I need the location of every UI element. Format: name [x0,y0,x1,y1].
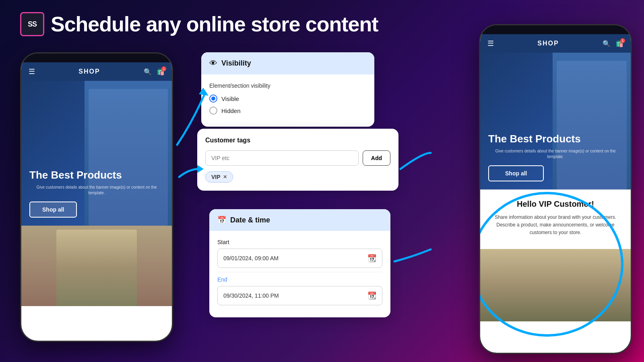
header: SS Schedule any online store content [20,12,378,36]
vip-card-text: Share information about your brand with … [488,214,623,237]
hidden-radio-row[interactable]: Hidden [209,107,366,115]
right-second-section [480,249,631,321]
end-calendar-icon: 📆 [367,291,376,300]
hidden-radio-label: Hidden [221,107,241,114]
hidden-radio-button[interactable] [209,107,217,115]
visible-radio-label: Visible [221,95,239,102]
right-phone-screen: ☰ SHOP 🔍 🛍️1 The Best Products Give cust… [480,34,631,353]
end-datetime-field[interactable]: 09/30/2024, 11:00 PM 📆 [217,286,382,305]
vip-card: Hello VIP Customer! Share information ab… [480,189,631,249]
logo-text: SS [28,20,37,29]
right-shop-all-button[interactable]: Shop all [488,165,544,181]
right-second-model [480,249,631,321]
hamburger-icon: ☰ [29,67,35,76]
datetime-card-header: 📅 Date & time [209,209,390,231]
start-label: Start [217,239,382,245]
end-datetime-value: 09/30/2024, 11:00 PM [223,292,279,299]
left-shop-all-button[interactable]: Shop all [29,202,77,218]
start-datetime-value: 09/01/2024, 09:00 AM [223,255,279,261]
eye-icon: 👁 [209,59,217,68]
left-hero-subtitle: Give customers details about the banner … [29,185,164,196]
nav-icons: 🔍 🛍️1 [144,68,165,76]
right-hero-subtitle: Give customers details about the banner … [488,148,623,160]
bag-icon: 🛍️1 [157,68,165,76]
customer-tags-title: Customer tags [205,137,390,144]
vip-tag-label: VIP [211,174,221,180]
right-phone-nav-title: SHOP [537,40,559,47]
left-hero-title: The Best Products [29,169,164,181]
left-phone-screen: ☰ SHOP 🔍 🛍️1 The Best Products Give cust… [21,62,172,341]
visible-radio-button[interactable] [209,95,217,103]
calendar-icon: 📅 [217,216,226,224]
visibility-card-header: 👁 Visibility [201,52,374,74]
right-bag-icon: 🛍️1 [615,40,623,47]
right-search-icon: 🔍 [603,40,611,47]
datetime-card: 📅 Date & time Start 09/01/2024, 09:00 AM… [209,209,390,317]
datetime-card-body: Start 09/01/2024, 09:00 AM 📆 End 09/30/2… [209,231,390,317]
right-hamburger-icon: ☰ [487,39,494,48]
start-calendar-icon: 📆 [367,254,376,263]
visibility-card-title: Visibility [221,59,251,68]
right-phone-notch [535,25,576,34]
visibility-card-body: Element/section visibility Visible Hidde… [201,74,374,127]
start-datetime-field[interactable]: 09/01/2024, 09:00 AM 📆 [217,249,382,268]
right-nav-icons: 🔍 🛍️1 [603,40,623,47]
left-phone-nav-title: SHOP [78,68,100,75]
vip-card-title: Hello VIP Customer! [488,200,623,209]
visibility-card: 👁 Visibility Element/section visibility … [201,52,374,127]
customer-tags-body: Customer tags Add VIP ✕ [197,129,398,191]
datetime-card-title: Date & time [230,216,270,224]
tag-input-row: Add [205,150,390,166]
vip-tag-remove[interactable]: ✕ [223,174,227,180]
left-phone-hero: The Best Products Give customers details… [21,81,172,226]
search-icon: 🔍 [144,68,152,76]
logo: SS [20,12,44,36]
second-model-image [21,226,172,306]
visible-radio-row[interactable]: Visible [209,95,366,103]
right-hero-title: The Best Products [488,133,623,145]
divider [217,272,382,272]
tag-add-button[interactable]: Add [363,150,390,166]
customer-tags-card: Customer tags Add VIP ✕ [197,129,398,191]
right-phone-nav: ☰ SHOP 🔍 🛍️1 [480,34,631,53]
end-label: End [217,276,382,283]
model-2-body [56,230,137,306]
left-phone-nav: ☰ SHOP 🔍 🛍️1 [21,62,172,81]
hero-text-left: The Best Products Give customers details… [29,169,164,218]
left-phone-notch [76,53,117,62]
right-hero-text: The Best Products Give customers details… [488,133,623,181]
right-phone-hero: The Best Products Give customers details… [480,53,631,189]
vip-tag-chip: VIP ✕ [205,171,233,183]
left-phone-second-section [21,226,172,306]
right-phone: ☰ SHOP 🔍 🛍️1 The Best Products Give cust… [479,24,632,354]
left-phone: ☰ SHOP 🔍 🛍️1 The Best Products Give cust… [20,52,173,342]
tag-input-field[interactable] [205,150,359,166]
visibility-label: Element/section visibility [209,82,366,89]
tag-chips-container: VIP ✕ [205,171,390,183]
page-title: Schedule any online store content [51,12,378,36]
